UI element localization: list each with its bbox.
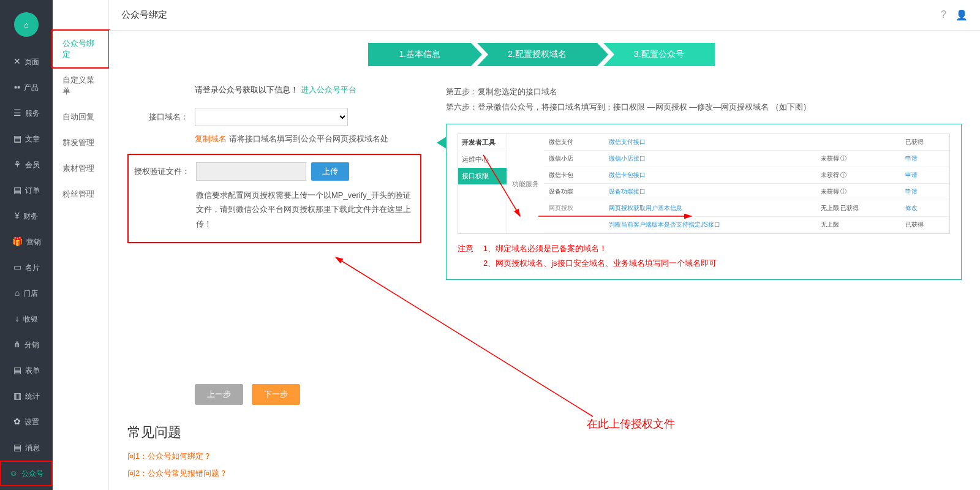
warning-line2: 2、网页授权域名、js接口安全域名、业务域名填写同一个域名即可 <box>483 258 717 268</box>
nav-services[interactable]: ☰服务 <box>0 100 53 126</box>
sub-fans[interactable]: 粉丝管理 <box>53 181 108 207</box>
mock-item-ops: 运维中心 <box>458 151 507 168</box>
nav-pages[interactable]: ✕页面 <box>0 49 53 75</box>
verify-label: 授权验证文件： <box>129 166 196 177</box>
doc-icon: ▤ <box>13 134 21 143</box>
nav-label: 表单 <box>25 366 40 376</box>
nav-label: 页面 <box>24 57 39 67</box>
copy-domain-hint: 复制域名 请将接口域名填写到公众平台网页授权域名处 <box>127 134 421 145</box>
warning-line1: 1、绑定域名必须是已备案的域名！ <box>483 244 607 253</box>
login-link[interactable]: 进入公众号平台 <box>301 85 356 94</box>
nav-card[interactable]: ▭名片 <box>0 255 53 281</box>
help-icon[interactable]: ? <box>941 9 946 21</box>
nav-orders[interactable]: ▤订单 <box>0 178 53 203</box>
nav-cashier[interactable]: ↓收银 <box>0 306 53 332</box>
list-icon: ☰ <box>13 108 21 118</box>
login-prompt: 请登录公众号获取以下信息！ 进入公众号平台 <box>127 85 421 96</box>
yen-icon: ¥ <box>15 211 20 221</box>
mock-header: 开发者工具 <box>458 134 507 151</box>
columns: 请登录公众号获取以下信息！ 进入公众号平台 接口域名： 复制域名 请将接口域名填… <box>127 85 962 485</box>
faq-section: 常见问题 问1：公众号如何绑定？ 问2：公众号常见报错问题？ <box>127 423 421 479</box>
table-row: 微信支付微信支付接口已获得 <box>544 134 949 151</box>
sub-sidebar: 公众号绑定 自定义菜单 自动回复 群发管理 素材管理 粉丝管理 <box>53 0 109 490</box>
domain-label: 接口域名： <box>127 111 195 123</box>
upload-button[interactable]: 上传 <box>311 162 349 181</box>
nav-label: 消息 <box>25 443 40 453</box>
nav-label: 财务 <box>23 211 38 222</box>
step-1[interactable]: 1.基本信息 <box>368 43 471 66</box>
nav-label: 收银 <box>23 314 38 325</box>
order-icon: ▤ <box>13 185 21 195</box>
nav-distribution[interactable]: ⋔分销 <box>0 332 53 358</box>
faq-q1[interactable]: 问1：公众号如何绑定？ <box>127 451 421 462</box>
nav-stats[interactable]: ▥统计 <box>0 383 53 409</box>
sub-binding[interactable]: 公众号绑定 <box>51 29 110 69</box>
download-icon: ↓ <box>15 314 20 323</box>
mock-left-panel: 开发者工具 运维中心 接口权限 <box>458 134 507 233</box>
sub-autoresponse[interactable]: 自动回复 <box>53 104 108 130</box>
nav-messages[interactable]: ▤消息 <box>0 435 53 461</box>
faq-q2[interactable]: 问2：公众号常见报错问题？ <box>127 468 421 479</box>
nav-label: 服务 <box>25 108 40 119</box>
nav-finance[interactable]: ¥财务 <box>0 203 53 229</box>
verify-row: 授权验证文件： 上传 <box>129 162 420 181</box>
grid-icon: ▪▪ <box>14 82 20 92</box>
nav-form[interactable]: ▤表单 <box>0 358 53 383</box>
gear-icon: ✿ <box>13 417 21 426</box>
card-icon: ▭ <box>13 262 21 272</box>
main-sidebar: ⌂ ✕页面 ▪▪产品 ☰服务 ▤文章 ⚘会员 ▤订单 ¥财务 🎁营销 ▭名片 ⌂… <box>0 0 53 490</box>
home-icon: ⌂ <box>24 20 29 29</box>
copy-domain-label: 复制域名 <box>195 134 227 143</box>
nav-label: 营销 <box>26 237 41 247</box>
wrench-icon: ✕ <box>13 56 21 66</box>
nav-label: 统计 <box>25 391 40 402</box>
upload-section: 授权验证文件： 上传 微信要求配置网页授权需要上传一个以MP_verify_开头… <box>127 154 421 243</box>
domain-row: 接口域名： <box>127 108 421 126</box>
nav-label: 分销 <box>24 340 39 350</box>
nav-members[interactable]: ⚘会员 <box>0 152 53 178</box>
sub-broadcast[interactable]: 群发管理 <box>53 130 108 156</box>
sub-menu[interactable]: 自定义菜单 <box>53 67 108 104</box>
table-row: 设备功能设备功能接口未获得 ⓘ申请 <box>544 184 949 200</box>
nav-articles[interactable]: ▤文章 <box>0 126 53 152</box>
prev-button[interactable]: 上一步 <box>195 384 243 405</box>
step-3[interactable]: 3.配置公众号 <box>603 43 715 66</box>
nav-store[interactable]: ⌂门店 <box>0 281 53 306</box>
instruction-box: 开发者工具 运维中心 接口权限 功能服务 微信支付微信支付接口已获得 微信小店微… <box>446 124 962 280</box>
verify-file-input <box>196 162 306 181</box>
wechat-icon: ☺ <box>9 468 18 478</box>
warning-text: 注意 1、绑定域名必须是已备案的域名！ 2、网页授权域名、js接口安全域名、业务… <box>458 241 950 270</box>
table-row: 网页授权网页授权获取用户基本信息无上限 已获得修改 <box>544 200 949 217</box>
mock-wechat-ui: 开发者工具 运维中心 接口权限 功能服务 微信支付微信支付接口已获得 微信小店微… <box>458 134 950 234</box>
mock-item-api: 接口权限 <box>458 168 507 184</box>
user-icon[interactable]: 👤 <box>956 9 968 21</box>
chart-icon: ▥ <box>13 391 21 401</box>
step5-text: 第五步：复制您选定的接口域名 <box>446 85 962 100</box>
step-indicator: 1.基本信息 2.配置授权域名 3.配置公众号 <box>127 43 962 66</box>
mock-mid: 功能服务 <box>507 134 544 233</box>
copy-domain-desc: 请将接口域名填写到公众平台网页授权域名处 <box>229 134 388 143</box>
table-row: 判断当前客户端版本是否支持指定JS接口无上限已获得 <box>544 217 949 233</box>
nav-label: 产品 <box>24 83 39 93</box>
left-column: 请登录公众号获取以下信息！ 进入公众号平台 接口域名： 复制域名 请将接口域名填… <box>127 85 421 485</box>
nav-products[interactable]: ▪▪产品 <box>0 75 53 100</box>
nav-settings[interactable]: ✿设置 <box>0 409 53 435</box>
mock-table: 微信支付微信支付接口已获得 微信小店微信小店接口未获得 ⓘ申请 微信卡包微信卡包… <box>544 134 949 233</box>
nav-label: 公众号 <box>21 469 43 479</box>
nav-label: 文章 <box>25 134 40 145</box>
nav-marketing[interactable]: 🎁营销 <box>0 229 53 255</box>
sub-material[interactable]: 素材管理 <box>53 156 108 181</box>
user-icon: ⚘ <box>13 159 21 169</box>
domain-select[interactable] <box>195 108 348 126</box>
table-row: 微信卡包微信卡包接口未获得 ⓘ申请 <box>544 167 949 184</box>
nav-wechat[interactable]: ☺公众号 <box>0 461 53 486</box>
tree-icon: ⋔ <box>13 339 21 349</box>
step-2[interactable]: 2.配置授权域名 <box>477 43 597 66</box>
action-buttons: 上一步 下一步 <box>127 384 421 405</box>
next-button[interactable]: 下一步 <box>252 384 300 405</box>
upload-description: 微信要求配置网页授权需要上传一个以MP_verify_开头的验证文件，请到微信公… <box>129 188 417 231</box>
home-button[interactable]: ⌂ <box>14 12 39 37</box>
right-column: 第五步：复制您选定的接口域名 第六步：登录微信公众号，将接口域名填写到：接口权限… <box>446 85 962 485</box>
step6-text: 第六步：登录微信公众号，将接口域名填写到：接口权限 —网页授权 —修改—网页授权… <box>446 100 962 115</box>
warning-label: 注意 <box>458 244 473 253</box>
